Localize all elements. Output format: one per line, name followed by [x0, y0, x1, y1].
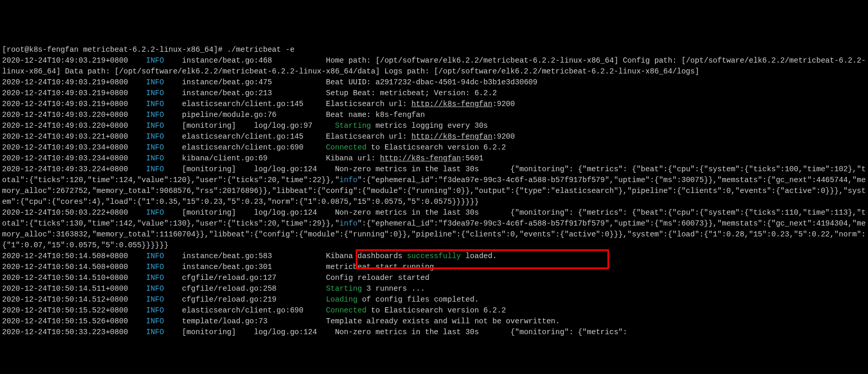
- status-keyword: Connected: [326, 306, 367, 315]
- log-line: 2020-12-24T10:50:33.223+0800 INFO [monit…: [2, 327, 866, 338]
- log-line: 2020-12-24T10:50:14.511+0800 INFO cfgfil…: [2, 283, 866, 294]
- log-line: 2020-12-24T10:50:14.508+0800 INFO instan…: [2, 251, 866, 262]
- log-level: INFO: [146, 252, 164, 260]
- json-key-info: info: [340, 176, 358, 184]
- log-line: 2020-12-24T10:50:14.510+0800 INFO cfgfil…: [2, 273, 866, 283]
- log-line: 2020-12-24T10:49:03.219+0800 INFO instan…: [2, 55, 866, 77]
- log-line: 2020-12-24T10:49:33.224+0800 INFO [monit…: [2, 164, 866, 207]
- log-level: INFO: [146, 285, 164, 293]
- url-link: http://k8s-fengfan: [380, 154, 461, 162]
- log-level: INFO: [146, 274, 164, 282]
- url-link: http://k8s-fengfan: [412, 100, 493, 108]
- status-keyword: Starting: [326, 285, 362, 293]
- log-level: INFO: [146, 89, 164, 97]
- log-line: 2020-12-24T10:50:14.512+0800 INFO cfgfil…: [2, 294, 866, 305]
- log-line: 2020-12-24T10:49:03.234+0800 INFO kibana…: [2, 153, 866, 164]
- log-level: INFO: [146, 143, 164, 152]
- log-level: INFO: [146, 132, 164, 141]
- log-level: INFO: [146, 78, 164, 86]
- log-level: INFO: [146, 165, 164, 173]
- log-line: 2020-12-24T10:50:14.508+0800 INFO instan…: [2, 262, 866, 273]
- url-link: http://k8s-fengfan: [412, 132, 493, 141]
- log-level: INFO: [146, 263, 164, 271]
- status-keyword: successfully: [407, 252, 461, 260]
- log-level: INFO: [146, 328, 164, 336]
- log-level: INFO: [146, 317, 164, 325]
- log-line: 2020-12-24T10:49:03.219+0800 INFO instan…: [2, 88, 866, 99]
- log-level: INFO: [146, 122, 164, 130]
- log-line: 2020-12-24T10:49:03.221+0800 INFO elasti…: [2, 131, 866, 142]
- log-line: 2020-12-24T10:49:03.234+0800 INFO elasti…: [2, 142, 866, 153]
- status-keyword: Starting: [335, 122, 371, 130]
- log-line: 2020-12-24T10:50:15.526+0800 INFO templa…: [2, 316, 866, 327]
- log-line: 2020-12-24T10:49:03.219+0800 INFO instan…: [2, 77, 866, 88]
- status-keyword: Loading: [326, 295, 358, 304]
- log-level: INFO: [146, 295, 164, 304]
- terminal-output: [root@k8s-fengfan metricbeat-6.2.2-linux…: [2, 44, 866, 338]
- log-level: INFO: [146, 111, 164, 119]
- log-level: INFO: [146, 154, 164, 162]
- log-line: 2020-12-24T10:49:03.220+0800 INFO [monit…: [2, 121, 866, 131]
- log-level: INFO: [146, 100, 164, 108]
- log-line: 2020-12-24T10:49:03.219+0800 INFO elasti…: [2, 99, 866, 110]
- log-level: INFO: [146, 306, 164, 315]
- shell-prompt: [root@k8s-fengfan metricbeat-6.2.2-linux…: [2, 44, 866, 55]
- json-key-info: info: [340, 219, 358, 228]
- log-line: 2020-12-24T10:49:03.220+0800 INFO pipeli…: [2, 110, 866, 121]
- log-line: 2020-12-24T10:50:03.222+0800 INFO [monit…: [2, 207, 866, 251]
- log-level: INFO: [146, 56, 164, 65]
- log-level: INFO: [146, 208, 164, 217]
- log-line: 2020-12-24T10:50:15.522+0800 INFO elasti…: [2, 305, 866, 316]
- status-keyword: Connected: [326, 143, 367, 152]
